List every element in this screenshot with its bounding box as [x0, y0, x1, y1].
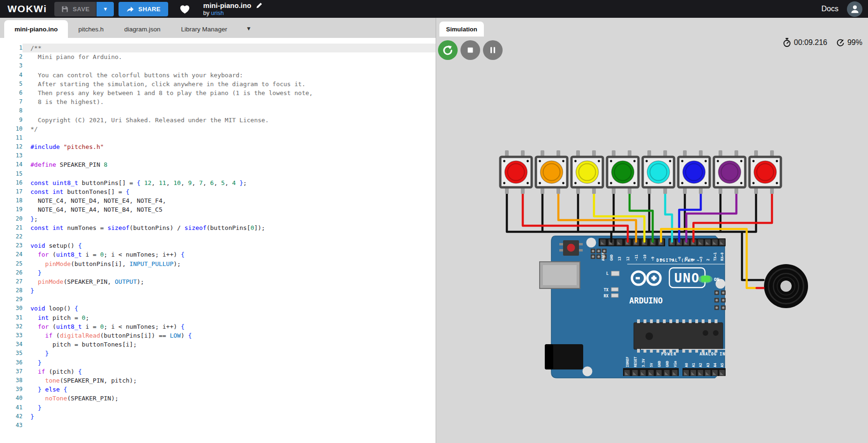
code-line[interactable]: 27 pinMode(SPEAKER_PIN, OUTPUT);	[0, 277, 436, 286]
code-line[interactable]: 37 if (pitch) {	[0, 367, 436, 376]
stopwatch-icon	[782, 37, 792, 47]
tab-mini-piano-ino[interactable]: mini-piano.ino	[4, 20, 68, 38]
code-line[interactable]: 43	[0, 421, 436, 430]
code-line[interactable]: 12#include "pitches.h"	[0, 142, 436, 151]
code-line[interactable]: 7 8 is the highest).	[0, 97, 436, 106]
code-text: }	[22, 403, 436, 412]
line-number: 38	[0, 376, 22, 385]
code-line[interactable]: 19 NOTE_G4, NOTE_A4, NOTE_B4, NOTE_C5	[0, 205, 436, 214]
pin-socket[interactable]	[712, 239, 718, 245]
pushbutton-cyan[interactable]	[643, 150, 674, 194]
code-line[interactable]: 36 }	[0, 358, 436, 367]
pin-socket[interactable]	[672, 370, 678, 376]
pin-socket[interactable]	[616, 239, 622, 245]
tab-simulation[interactable]: Simulation	[439, 22, 484, 37]
pin-socket[interactable]	[719, 239, 725, 245]
pin-socket[interactable]	[698, 239, 704, 245]
pushbutton-orange[interactable]	[536, 150, 567, 194]
pin-socket[interactable]	[690, 370, 696, 376]
pin-socket[interactable]	[648, 370, 654, 376]
code-line[interactable]: 11	[0, 133, 436, 142]
pin-socket[interactable]	[719, 370, 725, 376]
code-line[interactable]: 16const uint8_t buttonPins[] = { 12, 11,…	[0, 178, 436, 187]
wokwi-logo[interactable]: WOKWi	[7, 3, 47, 15]
code-line[interactable]: 8	[0, 106, 436, 115]
code-line[interactable]: 2 Mini piano for Arduino.	[0, 52, 436, 61]
pushbutton-blue[interactable]	[678, 150, 710, 194]
chip-leg	[689, 319, 691, 323]
pin-socket[interactable]	[683, 370, 689, 376]
code-line[interactable]: 6 Then press any key between 1 and 8 to …	[0, 89, 436, 97]
code-line[interactable]: 41 }	[0, 403, 436, 412]
code-line[interactable]: 10*/	[0, 125, 436, 133]
code-line[interactable]: 35 }	[0, 349, 436, 358]
code-line[interactable]: 20};	[0, 214, 436, 223]
code-line[interactable]: 22	[0, 232, 436, 241]
line-number: 17	[0, 187, 22, 196]
code-line[interactable]: 9 Copyright (C) 2021, Uri Shaked. Releas…	[0, 116, 436, 125]
tab-pitches-h[interactable]: pitches.h	[68, 20, 114, 38]
pin-socket[interactable]	[600, 239, 606, 245]
code-line[interactable]: 28}	[0, 286, 436, 295]
save-dropdown-button[interactable]: ▼	[96, 2, 114, 16]
code-line[interactable]: 17const int buttonTones[] = {	[0, 187, 436, 196]
code-line[interactable]: 24 for (uint8_t i = 0; i < numTones; i++…	[0, 250, 436, 259]
tab-diagram-json[interactable]: diagram.json	[114, 20, 171, 38]
pin-socket[interactable]	[712, 370, 718, 376]
line-number: 9	[0, 116, 22, 125]
stop-simulation-button[interactable]	[460, 40, 480, 60]
buzzer[interactable]	[764, 264, 808, 308]
docs-link[interactable]: Docs	[822, 5, 838, 13]
code-line[interactable]: 26 }	[0, 268, 436, 277]
code-line[interactable]: 18 NOTE_C4, NOTE_D4, NOTE_E4, NOTE_F4,	[0, 196, 436, 205]
avatar[interactable]	[847, 1, 862, 17]
pushbutton-purple[interactable]	[714, 150, 745, 194]
code-line[interactable]: 23void setup() {	[0, 241, 436, 250]
code-line[interactable]: 13	[0, 151, 436, 160]
edit-pencil-icon[interactable]	[256, 2, 263, 9]
line-number: 15	[0, 170, 22, 178]
restart-simulation-button[interactable]	[438, 40, 458, 60]
pin-socket[interactable]	[664, 370, 670, 376]
code-line[interactable]: 39 } else {	[0, 385, 436, 394]
code-line[interactable]: 15	[0, 170, 436, 178]
pin-socket[interactable]	[656, 370, 662, 376]
pushbutton-yellow[interactable]	[571, 150, 603, 194]
code-line[interactable]: 31 int pitch = 0;	[0, 313, 436, 322]
code-line[interactable]: 4 You can control the colorful buttons w…	[0, 71, 436, 80]
pin-socket[interactable]	[632, 370, 638, 376]
code-line[interactable]: 40 noTone(SPEAKER_PIN);	[0, 394, 436, 403]
code-line[interactable]: 21const int numTones = sizeof(buttonPins…	[0, 223, 436, 232]
save-button[interactable]: SAVE	[54, 2, 96, 16]
author-link[interactable]: urish	[211, 10, 224, 16]
tabs-chevron-down-icon[interactable]: ▼	[246, 25, 252, 32]
pushbutton-red-2[interactable]	[749, 150, 781, 194]
arduino-uno[interactable]: DIGITAL (PWM ~) L TX RX ARDUINO	[540, 236, 726, 378]
code-line[interactable]: 29	[0, 295, 436, 304]
pin-socket[interactable]	[705, 239, 711, 245]
pin-socket[interactable]	[640, 370, 646, 376]
pin-socket[interactable]	[697, 370, 703, 376]
code-line[interactable]: 32 for (uint8_t i = 0; i < numTones; i++…	[0, 322, 436, 331]
code-line[interactable]: 30void loop() {	[0, 304, 436, 313]
code-line[interactable]: 42}	[0, 412, 436, 421]
code-editor[interactable]: 1/**2 Mini piano for Arduino.34 You can …	[0, 38, 436, 443]
pin-socket[interactable]	[705, 370, 711, 376]
code-line[interactable]: 3	[0, 61, 436, 70]
pushbutton-red-1[interactable]	[500, 150, 532, 194]
share-button[interactable]: SHARE	[119, 2, 168, 16]
pin-label: A1	[691, 362, 696, 367]
code-line[interactable]: 38 tone(SPEAKER_PIN, pitch);	[0, 376, 436, 385]
code-line[interactable]: 25 pinMode(buttonPins[i], INPUT_PULLUP);	[0, 259, 436, 268]
pushbutton-green[interactable]	[607, 150, 638, 194]
code-line[interactable]: 33 if (digitalRead(buttonPins[i]) == LOW…	[0, 331, 436, 340]
code-line[interactable]: 14#define SPEAKER_PIN 8	[0, 160, 436, 169]
heart-like-icon[interactable]	[179, 4, 190, 14]
tab-library-manager[interactable]: Library Manager	[171, 20, 237, 38]
pause-simulation-button[interactable]	[483, 40, 503, 60]
circuit-svg[interactable]: DIGITAL (PWM ~) L TX RX ARDUINO	[436, 18, 868, 443]
code-line[interactable]: 1/**	[0, 44, 436, 52]
code-line[interactable]: 5 After starting the simulation, click a…	[0, 80, 436, 89]
pin-socket[interactable]	[624, 370, 630, 376]
code-line[interactable]: 34 pitch = buttonTones[i];	[0, 340, 436, 349]
